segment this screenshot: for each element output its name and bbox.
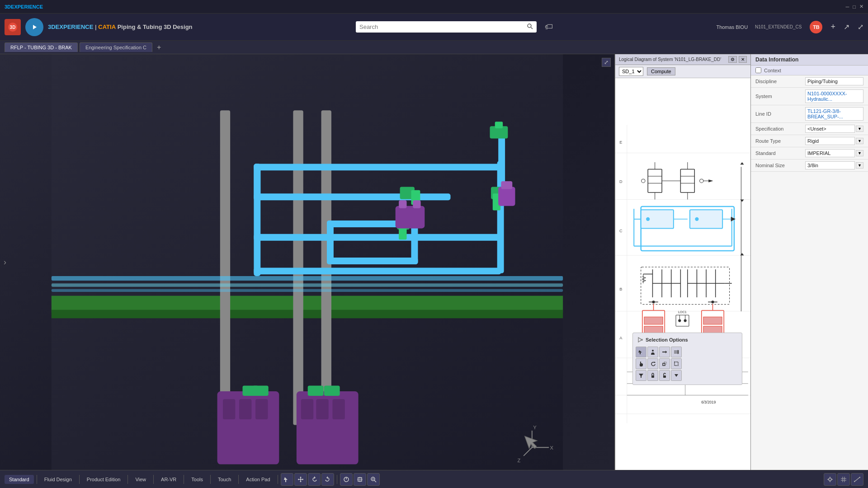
sel-scale-btn[interactable] — [659, 358, 670, 369]
logical-panel-settings[interactable]: ⚙ — [728, 56, 737, 63]
sel-rotate-btn[interactable] — [647, 358, 658, 369]
svg-line-169 — [374, 480, 376, 482]
sel-arrow-right-btn[interactable] — [659, 347, 670, 357]
sel-hand-btn[interactable] — [636, 358, 646, 369]
sd-select[interactable]: SD_1 — [619, 67, 643, 76]
user-id: N101_EXTENDED_CS — [755, 24, 802, 29]
tool-redo-btn[interactable] — [321, 473, 334, 486]
sel-arrow-double-btn[interactable] — [671, 347, 682, 357]
svg-rect-41 — [253, 386, 269, 396]
toolbar: Standard Fluid Design Product Edition Vi… — [0, 470, 868, 488]
topbar-logo: 3DEXPERIENCE — [5, 4, 43, 9]
svg-point-111 — [678, 319, 681, 322]
tool-select-btn[interactable] — [281, 473, 293, 486]
toolbar-tab-touch[interactable]: Touch — [213, 475, 236, 484]
topbar-maximize[interactable]: □ — [853, 4, 856, 9]
svg-point-172 — [829, 478, 831, 481]
logical-compute-row: SD_1 Compute — [615, 65, 750, 78]
standard-value: IMPERIAL — [805, 149, 855, 157]
context-checkbox[interactable] — [755, 67, 761, 73]
svg-text:6/3/2019: 6/3/2019 — [701, 400, 716, 404]
field-system: System N101-0000XXXX-Hydraulic... — [751, 88, 868, 105]
tool-grid-btn[interactable] — [837, 473, 850, 486]
standard-dropdown[interactable]: ▼ — [856, 150, 863, 156]
data-info-header: Data Information — [751, 54, 868, 66]
toolbar-sep-7 — [238, 475, 239, 484]
sel-arrow-down-btn[interactable] — [671, 370, 682, 381]
tool-zoom-btn[interactable] — [367, 473, 380, 486]
svg-rect-92 — [690, 210, 722, 228]
specification-dropdown[interactable]: ▼ — [856, 126, 863, 132]
svg-point-89 — [646, 217, 650, 221]
toolbar-tab-tools[interactable]: Tools — [187, 475, 208, 484]
tab-engineering[interactable]: Engineering Specification C — [80, 42, 152, 52]
user-area: Thomas BIOU N101_EXTENDED_CS — [716, 24, 802, 30]
svg-marker-162 — [326, 476, 328, 479]
header-expand[interactable]: ⤢ — [858, 23, 863, 31]
toolbar-tab-view[interactable]: View — [131, 475, 151, 484]
svg-rect-23 — [52, 276, 563, 281]
header-add[interactable]: + — [830, 22, 835, 32]
product-name: Piping & Tubing 3D Design — [118, 23, 193, 30]
svg-point-112 — [684, 319, 687, 322]
svg-line-181 — [854, 477, 860, 482]
search-bar[interactable] — [356, 21, 537, 33]
viewport-expand-button[interactable]: ⤢ — [602, 58, 611, 67]
topbar-minimize[interactable]: ─ — [846, 4, 849, 9]
svg-text:Z: Z — [517, 458, 520, 463]
sel-unlock-btn[interactable] — [659, 370, 670, 381]
viewport-expand-arrow[interactable]: › — [4, 258, 6, 267]
toolbar-sep-1 — [37, 475, 37, 484]
tool-rotate-btn[interactable] — [340, 473, 353, 486]
svg-marker-143 — [665, 351, 667, 353]
topbar-close[interactable]: ✕ — [859, 4, 863, 9]
play-button[interactable] — [25, 18, 43, 36]
svg-rect-117 — [703, 317, 722, 324]
selection-options-header: Selection Options — [636, 336, 739, 344]
svg-rect-18 — [497, 161, 504, 273]
field-standard: Standard IMPERIAL ▼ — [751, 147, 868, 160]
svg-marker-2 — [33, 25, 37, 29]
svg-rect-33 — [399, 227, 406, 239]
svg-marker-147 — [678, 352, 679, 354]
logical-panel-close[interactable]: ✕ — [739, 56, 747, 63]
tool-measure-btn[interactable] — [851, 473, 863, 486]
tool-snap-btn[interactable] — [824, 473, 836, 486]
tool-undo-btn[interactable] — [308, 473, 321, 486]
svg-rect-24 — [52, 283, 563, 286]
toolbar-tab-actionpad[interactable]: Action Pad — [241, 475, 274, 484]
toolbar-tab-standard[interactable]: Standard — [5, 475, 34, 484]
discipline-label: Discipline — [755, 79, 805, 84]
sel-box-select-btn[interactable] — [671, 358, 682, 369]
routetype-dropdown[interactable]: ▼ — [856, 138, 863, 144]
svg-rect-27 — [495, 122, 503, 128]
sel-person-btn[interactable] — [647, 347, 658, 357]
tubing-viewport-svg: X Y Z — [0, 54, 614, 470]
search-input[interactable] — [359, 23, 527, 30]
logical-diagram-canvas: E D C B A — [615, 78, 750, 470]
svg-marker-161 — [314, 476, 316, 479]
compute-button[interactable]: Compute — [647, 67, 675, 75]
tag-icon[interactable]: 🏷 — [545, 22, 553, 32]
tab-tubing[interactable]: RFLP - TUBING 3D - BRAK — [5, 42, 78, 52]
tool-move-btn[interactable] — [294, 473, 307, 486]
toolbar-tab-arvr[interactable]: AR-VR — [156, 475, 181, 484]
routetype-value: Rigid — [805, 137, 855, 145]
svg-marker-158 — [300, 481, 302, 482]
user-avatar[interactable]: TB — [810, 21, 822, 33]
sel-lock-btn[interactable] — [647, 370, 658, 381]
svg-rect-16 — [254, 267, 501, 274]
header-share[interactable]: ↗ — [844, 23, 849, 31]
sel-cursor-btn[interactable] — [636, 347, 646, 357]
tab-add-button[interactable]: + — [154, 43, 164, 52]
svg-rect-38 — [413, 200, 420, 208]
tool-pan-btn[interactable] — [354, 473, 366, 486]
sel-filter-btn[interactable] — [636, 370, 646, 381]
nominalsize-dropdown[interactable]: ▼ — [856, 162, 863, 169]
viewport[interactable]: › — [0, 54, 615, 470]
toolbar-sep-9 — [337, 475, 337, 484]
toolbar-tab-fluiddesign[interactable]: Fluid Design — [40, 475, 76, 484]
nominalsize-label: Nominal Size — [755, 163, 805, 168]
toolbar-tab-productedition[interactable]: Product Edition — [82, 475, 125, 484]
search-button[interactable] — [527, 23, 533, 31]
